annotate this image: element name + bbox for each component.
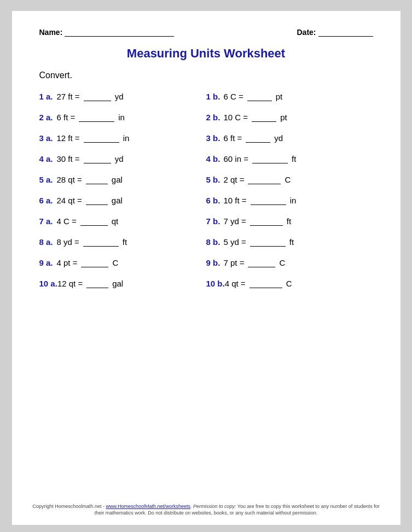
footer-text1: Copyright Homeschoolmath.net - bbox=[32, 504, 106, 509]
problem-number: 9 b. bbox=[206, 258, 224, 267]
problem-text: 4 C = qt bbox=[57, 216, 119, 226]
problem-question: 6 C = bbox=[224, 92, 243, 101]
problem-question: 4 qt = bbox=[225, 279, 246, 288]
problem-question: 28 qt = bbox=[57, 175, 82, 184]
problem-text: 2 qt = C bbox=[224, 174, 291, 184]
footer-link: www.HomeschoolMath.net/worksheets bbox=[106, 504, 190, 509]
problem-question: 2 qt = bbox=[224, 175, 245, 184]
problem-question: 5 yd = bbox=[224, 237, 246, 247]
problem-number: 1 b. bbox=[206, 92, 224, 101]
problem-row: 8 a.8 yd = ft bbox=[39, 231, 206, 252]
problem-question: 4 pt = bbox=[57, 258, 78, 267]
problem-unit: ft bbox=[292, 154, 296, 163]
answer-line bbox=[248, 258, 275, 267]
problem-unit: C bbox=[286, 279, 292, 288]
problem-number: 2 b. bbox=[206, 113, 224, 122]
problem-text: 24 qt = gal bbox=[57, 195, 123, 205]
problem-unit: gal bbox=[112, 175, 123, 184]
answer-line bbox=[79, 112, 114, 122]
problem-unit: pt bbox=[280, 113, 287, 122]
problem-text: 4 qt = C bbox=[225, 278, 292, 288]
problem-question: 10 ft = bbox=[224, 196, 247, 205]
problem-number: 7 b. bbox=[206, 217, 224, 226]
problem-number: 4 a. bbox=[39, 154, 57, 163]
problem-text: 12 qt = gal bbox=[57, 278, 123, 288]
problem-question: 8 yd = bbox=[57, 237, 79, 247]
problem-text: 30 ft = yd bbox=[57, 154, 124, 163]
problem-number: 10 b. bbox=[206, 279, 225, 288]
problem-question: 27 ft = bbox=[57, 92, 80, 101]
problem-unit: in bbox=[118, 113, 125, 122]
answer-line bbox=[250, 237, 286, 247]
date-label: Date: bbox=[297, 28, 316, 37]
problem-number: 4 b. bbox=[206, 154, 224, 163]
problem-unit: ft bbox=[287, 217, 291, 226]
problem-unit: C bbox=[279, 258, 285, 267]
answer-line bbox=[246, 133, 270, 143]
problem-text: 10 C = pt bbox=[224, 112, 287, 122]
problem-question: 60 in = bbox=[224, 154, 248, 163]
problem-number: 9 a. bbox=[39, 258, 57, 267]
problem-row: 9 a.4 pt = C bbox=[39, 252, 206, 273]
answer-line bbox=[83, 237, 119, 247]
problem-number: 2 a. bbox=[39, 113, 57, 122]
problem-text: 7 pt = C bbox=[224, 258, 286, 267]
problem-text: 28 qt = gal bbox=[57, 174, 123, 184]
name-field: Name: bbox=[39, 27, 175, 37]
problem-text: 6 C = pt bbox=[224, 91, 283, 101]
problem-text: 60 in = ft bbox=[224, 154, 297, 163]
problem-number: 7 a. bbox=[39, 217, 57, 226]
problem-question: 4 C = bbox=[57, 217, 77, 226]
problem-text: 4 pt = C bbox=[57, 258, 119, 267]
problem-unit: pt bbox=[276, 92, 283, 101]
answer-line bbox=[84, 91, 111, 101]
answer-line bbox=[252, 112, 276, 122]
problem-question: 12 ft = bbox=[57, 133, 80, 143]
problem-row: 5 a.28 qt = gal bbox=[39, 169, 206, 190]
problem-question: 30 ft = bbox=[57, 154, 80, 163]
problem-unit: in bbox=[123, 133, 130, 143]
problem-row: 10 a.12 qt = gal bbox=[39, 273, 206, 294]
problem-row: 1 b.6 C = pt bbox=[206, 86, 373, 107]
problem-unit: gal bbox=[112, 196, 123, 205]
problem-row: 8 b.5 yd = ft bbox=[206, 231, 373, 252]
problem-unit: C bbox=[285, 175, 291, 184]
problem-text: 8 yd = ft bbox=[57, 237, 127, 247]
header: Name: Date: bbox=[39, 27, 373, 37]
problem-number: 10 a. bbox=[39, 279, 57, 288]
problem-question: 24 qt = bbox=[57, 196, 82, 205]
problem-row: 7 b.7 yd = ft bbox=[206, 211, 373, 231]
problem-text: 7 yd = ft bbox=[224, 216, 292, 226]
problem-unit: yd bbox=[115, 92, 124, 101]
problem-number: 8 b. bbox=[206, 237, 224, 247]
problem-unit: ft bbox=[289, 237, 294, 247]
problem-row: 2 b.10 C = pt bbox=[206, 107, 373, 127]
problem-text: 5 yd = ft bbox=[224, 237, 294, 247]
problem-question: 6 ft = bbox=[224, 133, 242, 143]
problem-row: 10 b.4 qt = C bbox=[206, 273, 373, 294]
problem-number: 3 b. bbox=[206, 133, 224, 143]
problem-unit: yd bbox=[274, 133, 283, 143]
answer-line bbox=[251, 195, 286, 205]
problem-number: 5 a. bbox=[39, 175, 57, 184]
answer-line bbox=[84, 133, 119, 143]
problem-unit: gal bbox=[112, 279, 123, 288]
footer: Copyright Homeschoolmath.net - www.Homes… bbox=[12, 503, 401, 517]
answer-line bbox=[250, 216, 283, 226]
problem-question: 6 ft = bbox=[57, 113, 76, 122]
problem-question: 7 yd = bbox=[224, 217, 246, 226]
answer-line bbox=[86, 278, 108, 288]
problem-unit: yd bbox=[115, 154, 124, 163]
problems-grid: 1 a.27 ft = yd1 b.6 C = pt2 a.6 ft = in2… bbox=[39, 86, 373, 294]
problem-text: 6 ft = yd bbox=[224, 133, 283, 143]
problem-row: 2 a.6 ft = in bbox=[39, 107, 206, 127]
convert-label: Convert. bbox=[39, 71, 373, 80]
date-field: Date: bbox=[297, 27, 373, 37]
problem-number: 1 a. bbox=[39, 92, 57, 101]
answer-line bbox=[248, 174, 281, 184]
problem-row: 4 a.30 ft = yd bbox=[39, 148, 206, 169]
problem-number: 5 b. bbox=[206, 175, 224, 184]
problem-row: 5 b.2 qt = C bbox=[206, 169, 373, 190]
problem-row: 1 a.27 ft = yd bbox=[39, 86, 206, 107]
answer-line bbox=[86, 195, 108, 205]
